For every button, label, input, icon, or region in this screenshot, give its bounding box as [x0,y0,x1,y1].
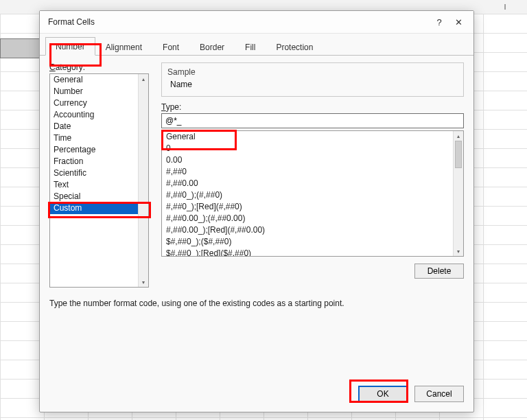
dialog-title: Format Cells [48,17,430,27]
category-label: Category: [49,62,149,72]
type-item[interactable]: #,##0_);[Red](#,##0) [162,201,454,213]
ok-button[interactable]: OK [358,386,408,402]
category-item-currency[interactable]: Currency [50,97,139,109]
dialog-tabs: Number Alignment Font Border Fill Protec… [40,36,473,56]
delete-button[interactable]: Delete [414,264,464,279]
tab-fill[interactable]: Fill [235,38,266,56]
close-icon: ✕ [455,17,462,27]
type-item[interactable]: #,##0.00_);[Red](#,##0.00) [162,224,454,236]
type-item[interactable]: $#,##0_);($#,##0) [162,236,454,248]
category-item-special[interactable]: Special [50,191,139,202]
category-item-date[interactable]: Date [50,121,139,132]
category-item-text[interactable]: Text [50,179,139,191]
dialog-footer: OK Cancel [40,379,473,412]
scroll-down-icon[interactable]: ▾ [454,246,463,256]
dialog-titlebar[interactable]: Format Cells ? ✕ [40,11,473,34]
category-item-custom[interactable]: Custom [50,202,139,214]
tab-font[interactable]: Font [152,38,189,56]
type-item[interactable]: General [162,131,454,143]
type-item[interactable]: 0 [162,143,454,154]
category-item-number[interactable]: Number [50,86,139,97]
type-item[interactable]: $#,##0_);[Red]($#,##0) [162,248,454,257]
tab-border[interactable]: Border [189,38,235,56]
category-item-fraction[interactable]: Fraction [50,156,139,167]
tab-alignment[interactable]: Alignment [95,38,152,56]
type-listbox[interactable]: General 0 0.00 #,##0 #,##0.00 #,##0_);(#… [161,130,464,257]
scroll-thumb[interactable] [455,141,462,168]
active-cell[interactable] [0,38,45,58]
scroll-track[interactable] [454,141,463,246]
cancel-button[interactable]: Cancel [414,386,464,402]
type-item[interactable]: #,##0.00 [162,178,454,189]
category-item-time[interactable]: Time [50,132,139,144]
question-mark-icon: ? [436,17,441,27]
type-item[interactable]: #,##0_);(#,##0) [162,189,454,201]
category-listbox[interactable]: General Number Currency Accounting Date … [49,73,149,288]
format-cells-dialog: Format Cells ? ✕ Number Alignment Font B… [39,10,474,412]
category-item-accounting[interactable]: Accounting [50,109,139,121]
category-item-percentage[interactable]: Percentage [50,144,139,156]
category-item-scientific[interactable]: Scientific [50,167,139,179]
sample-box: Sample Name [161,62,464,97]
help-button[interactable]: ? [430,14,449,30]
scroll-up-icon[interactable]: ▴ [454,131,463,141]
scroll-down-icon[interactable]: ▾ [139,277,148,287]
type-label: Type: [161,102,464,112]
tab-number[interactable]: Number [45,37,95,56]
format-hint: Type the number format code, using one o… [49,299,464,308]
sample-label: Sample [167,67,458,77]
dialog-body: Category: General Number Currency Accoun… [40,56,473,379]
type-input[interactable] [161,113,464,128]
sample-value: Name [167,77,458,89]
category-scrollbar[interactable]: ▴ ▾ [138,74,148,287]
column-header-I[interactable]: I [483,0,527,14]
type-item[interactable]: 0.00 [162,154,454,166]
type-item[interactable]: #,##0 [162,166,454,178]
scroll-up-icon[interactable]: ▴ [139,74,148,84]
category-item-general[interactable]: General [50,74,139,86]
scroll-track[interactable] [139,84,148,277]
tab-protection[interactable]: Protection [266,38,323,56]
type-item[interactable]: #,##0.00_);(#,##0.00) [162,213,454,224]
close-button[interactable]: ✕ [449,14,468,30]
type-scrollbar[interactable]: ▴ ▾ [453,131,463,256]
